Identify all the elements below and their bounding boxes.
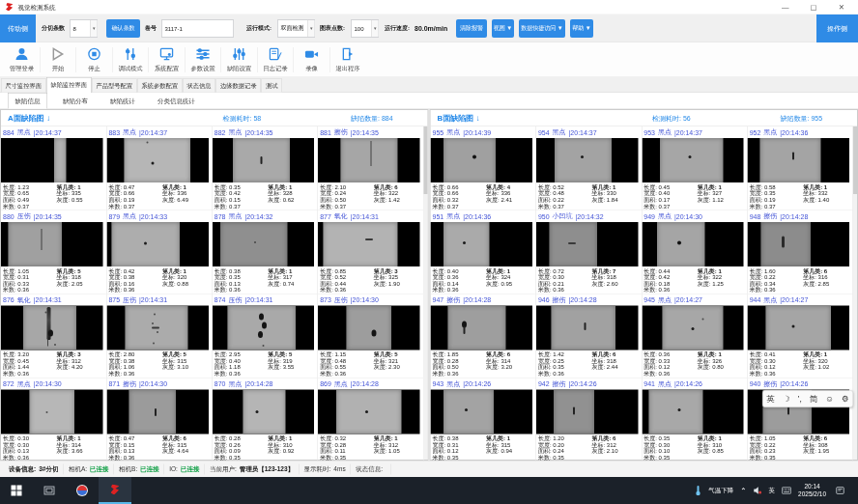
roll-number-input[interactable]: 3117-1 [161,19,234,37]
defect-time: |20:14:33 [139,212,167,220]
defect-card[interactable]: 873 压伤 |20:14:30 长度: 1.15 宽度: 0.48 面积: 0… [318,294,423,378]
defect-type: 黑点 [123,128,136,137]
close-button[interactable]: ✕ [839,2,844,12]
defect-time: |20:14:30 [139,379,167,387]
defect-card[interactable]: 955 黑点 |20:14:39 长度: 0.66 宽度: 0.66 面积: 0… [431,126,536,210]
quick-access-button[interactable]: 数据快捷访问 ▼ [519,19,565,38]
defect-card[interactable]: 876 氧化 |20:14:31 长度: 3.20 宽度: 0.45 面积: 1… [1,294,106,378]
ime-item-3[interactable]: 简 [810,393,818,405]
defect-card[interactable]: 943 黑点 |20:14:26 长度: 0.38 宽度: 0.31 面积: 0… [431,378,536,462]
tool-user[interactable]: 管理登录 [5,44,39,75]
taskbar-app-icon[interactable] [66,477,99,504]
sub-tab-0[interactable]: 缺陷信息 [8,93,47,109]
taskbar-clock[interactable]: 20:14 2025/2/10 [798,483,826,498]
keyboard-icon[interactable] [782,487,791,494]
defect-type: 黑点 [658,295,672,304]
strip-count-select[interactable]: 8▾ [70,19,98,37]
tool-params-sliders[interactable]: 参数设置 [186,44,220,75]
defect-card[interactable]: 947 擦伤 |20:14:28 长度: 1.85 宽度: 0.28 面积: 0… [431,294,536,378]
main-tab-1[interactable]: 缺陷监控界面 [46,77,92,93]
defect-card[interactable]: 877 氧化 |20:14:31 长度: 0.85 宽度: 0.52 面积: 0… [318,210,423,294]
ime-language-indicator[interactable]: 英 [769,487,776,495]
chart-points-select[interactable]: 100▾ [351,19,379,37]
ime-item-0[interactable]: 英 [766,393,775,405]
defect-card[interactable]: 874 压伤 |20:14:31 长度: 2.95 宽度: 0.40 面积: 1… [213,294,318,378]
help-button[interactable]: 帮助 ▼ [570,19,593,38]
defect-card[interactable]: 878 黑点 |20:14:32 长度: 0.38 宽度: 0.35 面积: 0… [213,210,318,294]
ime-item-2[interactable]: ’, [798,394,802,404]
defect-card[interactable]: 883 黑点 |20:14:37 长度: 0.47 宽度: 0.66 面积: 0… [106,126,212,210]
defect-type: 黑点 [658,128,672,137]
defect-card[interactable]: 880 压伤 |20:14:35 长度: 1.05 宽度: 0.31 面积: 0… [1,210,106,294]
defect-card[interactable]: 942 擦伤 |20:14:26 长度: 1.20 宽度: 0.20 面积: 0… [536,378,642,462]
defect-card[interactable]: 884 黑点 |20:14:37 长度: 1.23 宽度: 0.65 面积: 0… [1,126,106,210]
defect-card[interactable]: 869 黑点 |20:14:28 长度: 0.32 宽度: 0.28 面积: 0… [318,378,423,462]
panel-scrollbar[interactable] [424,126,428,460]
defect-card[interactable]: 954 黑点 |20:14:37 长度: 0.52 宽度: 0.48 面积: 0… [536,126,642,210]
minimize-button[interactable]: — [782,2,789,12]
clear-alarm-button[interactable]: 清除报警 [456,19,487,38]
tool-log[interactable]: 日志记录 [259,44,293,75]
view-button[interactable]: 视图 ▼ [492,19,514,38]
tool-play[interactable]: 开始 [42,44,75,75]
defect-card[interactable]: 941 黑点 |20:14:26 长度: 0.35 宽度: 0.30 面积: 0… [642,378,747,462]
panel-title[interactable]: A面缺陷图 ↓ [8,113,50,124]
tool-monitor[interactable]: 系统配置 [150,44,184,75]
defect-card[interactable]: 875 压伤 |20:14:31 长度: 2.80 宽度: 0.38 面积: 1… [106,294,212,378]
weather-text[interactable]: 气温下降 [708,487,733,495]
defect-card[interactable]: 945 黑点 |20:14:27 长度: 0.36 宽度: 0.33 面积: 0… [642,294,747,378]
defect-card[interactable]: 871 擦伤 |20:14:30 长度: 0.47 宽度: 0.15 面积: 0… [106,378,212,462]
tool-defect-sliders[interactable]: 缺陷设置 [222,44,256,75]
start-button[interactable] [0,477,33,504]
defect-card[interactable]: 872 黑点 |20:14:30 长度: 0.30 宽度: 0.30 面积: 0… [1,378,106,462]
ime-item-1[interactable]: ☽ [783,394,790,405]
defect-card[interactable]: 879 黑点 |20:14:33 长度: 0.42 宽度: 0.38 面积: 0… [106,210,212,294]
maximize-button[interactable]: ▢ [811,2,817,12]
main-tab-2[interactable]: 产品型号配置 [92,79,137,93]
main-tab-6[interactable]: 测试 [262,79,283,93]
defect-card[interactable]: 948 擦伤 |20:14:28 长度: 1.60 宽度: 0.22 面积: 0… [748,210,853,294]
panel-scrollbar[interactable] [853,126,857,460]
notification-icon[interactable] [836,487,844,495]
defect-card-header: 945 黑点 |20:14:27 [642,294,747,306]
ime-toolbar[interactable]: 英☽’,简☺⚙ [762,390,853,407]
main-tab-0[interactable]: 尺寸监控界面 [1,79,46,93]
sub-tab-2[interactable]: 缺陷统计 [103,95,142,109]
operator-side-button[interactable]: 操作侧 [816,14,858,42]
defect-card[interactable]: 952 黑点 |20:14:36 长度: 0.58 宽度: 0.35 面积: 0… [748,126,853,210]
thermometer-icon[interactable] [694,486,701,496]
defect-card[interactable]: 953 黑点 |20:14:37 长度: 0.45 宽度: 0.40 面积: 0… [642,126,747,210]
speed-label: 运行速度: [385,24,410,33]
confirm-strips-button[interactable]: 确认条数 [106,19,140,38]
ime-item-5[interactable]: ⚙ [842,394,849,405]
defect-card[interactable]: 950 小凹坑 |20:14:32 长度: 0.72 宽度: 0.30 面积: … [536,210,642,294]
status-item-1: 相机A:已连接 [64,463,114,474]
defect-card[interactable]: 944 黑点 |20:14:27 长度: 0.41 宽度: 0.30 面积: 0… [748,294,853,378]
main-tab-5[interactable]: 边缘数据记录 [216,79,262,93]
defect-card[interactable]: 949 黑点 |20:14:30 长度: 0.44 宽度: 0.42 面积: 0… [642,210,747,294]
ime-item-4[interactable]: ☺ [825,394,834,404]
defect-time: |20:14:30 [351,296,379,304]
sub-tab-3[interactable]: 分类信息统计 [151,95,202,109]
main-tab-4[interactable]: 状态信息 [183,79,215,93]
tray-expand-icon[interactable]: ⌃ [740,487,746,495]
tool-camera[interactable]: 录像 [295,44,329,75]
defect-card[interactable]: 881 擦伤 |20:14:35 长度: 2.10 宽度: 0.24 面积: 0… [318,126,423,210]
defect-card[interactable]: 882 黑点 |20:14:35 长度: 0.35 宽度: 0.42 面积: 0… [213,126,318,210]
defect-card[interactable]: 951 黑点 |20:14:36 长度: 0.40 宽度: 0.36 面积: 0… [431,210,536,294]
taskbar-active-app-icon[interactable] [99,477,131,504]
panel-title[interactable]: B面缺陷图 ↓ [438,113,480,124]
drive-side-button[interactable]: 传动侧 [0,14,36,42]
defect-type: 压伤 [228,295,242,304]
run-mode-select[interactable]: 双面检测▾ [277,19,315,37]
tool-exit[interactable]: 退出程序 [331,44,365,75]
task-view-button[interactable] [33,477,66,504]
speaker-icon[interactable] [754,487,762,495]
sub-tab-1[interactable]: 缺陷分布 [56,95,95,109]
tool-debug-sliders[interactable]: 调试模式 [114,44,148,75]
defect-card[interactable]: 946 擦伤 |20:14:28 长度: 1.42 宽度: 0.25 面积: 0… [536,294,642,378]
defect-card-header: 875 压伤 |20:14:31 [106,294,212,306]
main-tab-3[interactable]: 系统参数配置 [137,79,183,93]
defect-card[interactable]: 870 黑点 |20:14:28 长度: 0.28 宽度: 0.26 面积: 0… [213,378,318,462]
tool-stop[interactable]: 停止 [77,44,111,75]
